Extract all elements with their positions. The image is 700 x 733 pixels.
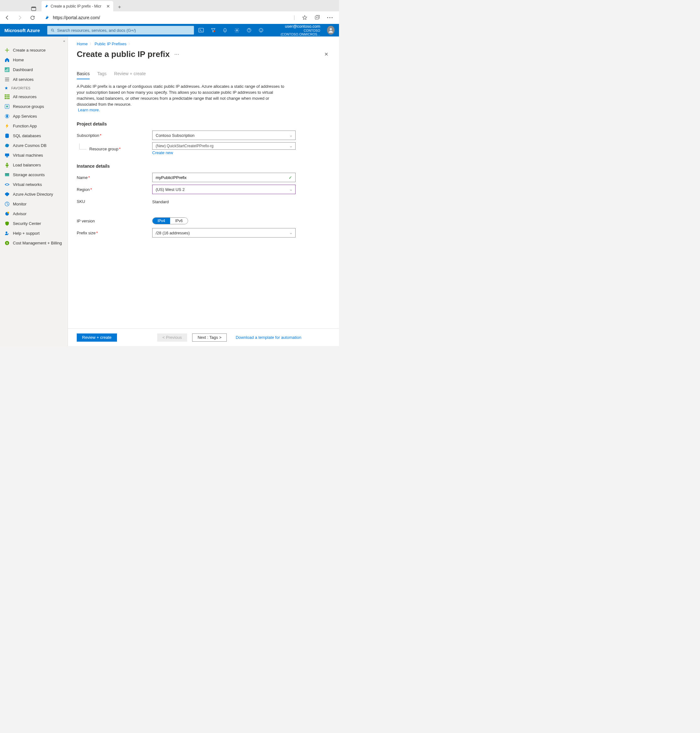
tab-description: A Public IP prefix is a range of contigu… — [77, 84, 291, 113]
sidebar-load-balancers[interactable]: Load balancers — [0, 160, 68, 170]
more-actions-icon[interactable]: ⋯ — [174, 51, 180, 57]
svg-rect-24 — [6, 96, 7, 97]
sidebar-collapse-icon[interactable]: « — [63, 39, 65, 43]
global-search-input[interactable] — [57, 28, 191, 33]
svg-point-44 — [5, 231, 7, 233]
download-template-link[interactable]: Download a template for automation — [235, 335, 301, 340]
notifications-icon[interactable] — [222, 28, 228, 33]
browser-tab-active[interactable]: Create a public IP prefix - Micr ✕ — [41, 1, 113, 11]
azure-favicon-icon — [45, 4, 49, 8]
cosmos-icon — [4, 143, 9, 148]
url-text[interactable]: https://portal.azure.com/ — [53, 15, 100, 20]
home-icon — [4, 57, 9, 63]
settings-icon[interactable] — [234, 28, 240, 33]
sidebar-dashboard[interactable]: Dashboard — [0, 65, 68, 75]
azure-brand[interactable]: Microsoft Azure — [4, 28, 40, 33]
form-tabs: Basics Tags Review + create — [77, 71, 330, 79]
breadcrumb-parent[interactable]: Public IP Prefixes — [95, 41, 127, 46]
azure-top-bar: Microsoft Azure user@contoso.com CONTOSO… — [0, 24, 339, 37]
svg-rect-25 — [8, 96, 9, 97]
section-instance-details: Instance details — [77, 163, 330, 169]
tab-basics[interactable]: Basics — [77, 71, 90, 79]
valid-check-icon: ✓ — [289, 175, 292, 180]
sidebar-all-resources[interactable]: All resources — [0, 92, 68, 102]
svg-point-13 — [260, 29, 260, 30]
forward-button[interactable] — [16, 15, 23, 21]
close-blade-icon[interactable]: ✕ — [322, 49, 330, 59]
favorite-icon[interactable] — [302, 15, 307, 21]
feedback-icon[interactable] — [258, 28, 264, 33]
svg-point-9 — [237, 29, 238, 31]
site-identity-icon[interactable] — [45, 15, 50, 20]
sidebar-app-services[interactable]: App Services — [0, 111, 68, 121]
sidebar-sql[interactable]: SQL databases — [0, 131, 68, 141]
grid-icon — [4, 94, 9, 99]
ipv6-option[interactable]: IPv6 — [170, 218, 188, 224]
wizard-footer: Review + create < Previous Next : Tags >… — [68, 328, 339, 346]
refresh-button[interactable] — [29, 15, 36, 21]
label-subscription: Subscription — [77, 133, 99, 138]
svg-point-43 — [7, 212, 9, 213]
sidebar-home[interactable]: Home — [0, 55, 68, 65]
shield-icon — [4, 221, 9, 226]
sidebar-help[interactable]: Help + support — [0, 228, 68, 238]
user-account[interactable]: user@contoso.com CONTOSO (CONTOSO.ONMICR… — [272, 24, 321, 37]
label-sku: SKU — [77, 199, 85, 204]
svg-point-4 — [329, 17, 330, 18]
label-name: Name — [77, 175, 88, 180]
collections-icon[interactable] — [315, 15, 320, 21]
sidebar-storage[interactable]: Storage accounts — [0, 170, 68, 180]
create-new-rg-link[interactable]: Create new — [152, 150, 173, 155]
avatar[interactable] — [327, 26, 335, 35]
sidebar-monitor[interactable]: Monitor — [0, 199, 68, 209]
sidebar-function-app[interactable]: Function App — [0, 121, 68, 131]
global-search[interactable] — [47, 26, 194, 35]
subscription-select[interactable]: Contoso Subscription ⌵ — [152, 131, 296, 140]
tab-close-icon[interactable]: ✕ — [106, 4, 110, 9]
svg-rect-30 — [6, 106, 8, 107]
svg-rect-21 — [6, 94, 7, 96]
review-create-button[interactable]: Review + create — [77, 333, 117, 341]
name-input[interactable] — [156, 175, 289, 180]
sidebar-all-services[interactable]: All services — [0, 75, 68, 84]
svg-rect-20 — [5, 94, 6, 96]
sidebar-advisor[interactable]: Advisor — [0, 209, 68, 219]
vnet-icon — [4, 182, 9, 187]
sql-icon — [4, 133, 9, 138]
svg-text:$: $ — [6, 241, 8, 245]
new-tab-button[interactable]: ＋ — [115, 3, 124, 11]
cloud-shell-icon[interactable] — [199, 28, 204, 32]
chevron-down-icon: ⌵ — [290, 187, 292, 191]
sidebar-cosmos[interactable]: Azure Cosmos DB — [0, 141, 68, 150]
browser-menu-icon[interactable] — [327, 17, 333, 18]
star-icon — [4, 86, 8, 90]
svg-rect-22 — [8, 94, 9, 96]
learn-more-link[interactable]: Learn more. — [78, 107, 100, 113]
sidebar-security[interactable]: Security Center — [0, 219, 68, 228]
user-email: user@contoso.com — [272, 24, 321, 29]
sidebar-create-resource[interactable]: Create a resource — [0, 45, 68, 55]
directory-filter-icon[interactable] — [210, 28, 216, 33]
tab-tags[interactable]: Tags — [97, 71, 107, 79]
help-icon[interactable] — [246, 28, 252, 33]
resource-group-select[interactable]: (New) QuickStartCreateIPPrefix-rg ⌵ — [152, 142, 296, 150]
storage-icon — [4, 172, 9, 177]
sidebar-aad[interactable]: Azure Active Directory — [0, 189, 68, 199]
tab-strip-icon[interactable] — [31, 6, 36, 11]
label-region: Region — [77, 187, 90, 192]
sidebar-resource-groups[interactable]: Resource groups — [0, 102, 68, 111]
sidebar-vnets[interactable]: Virtual networks — [0, 180, 68, 189]
label-prefix-size: Prefix size — [77, 231, 96, 236]
svg-rect-19 — [7, 68, 8, 71]
prefix-size-select[interactable]: /28 (16 addresses) ⌵ — [152, 228, 296, 237]
sidebar-vms[interactable]: Virtual machines — [0, 150, 68, 160]
ipv4-option[interactable]: IPv4 — [153, 218, 170, 224]
svg-rect-38 — [5, 173, 9, 174]
breadcrumb-home[interactable]: Home — [77, 41, 88, 46]
next-button[interactable]: Next : Tags > — [192, 333, 227, 341]
back-button[interactable] — [4, 15, 11, 21]
sidebar-cost[interactable]: $Cost Management + Billing — [0, 238, 68, 248]
tab-review[interactable]: Review + create — [114, 71, 146, 79]
list-icon — [4, 77, 9, 82]
region-select[interactable]: (US) West US 2 ⌵ — [152, 185, 296, 194]
